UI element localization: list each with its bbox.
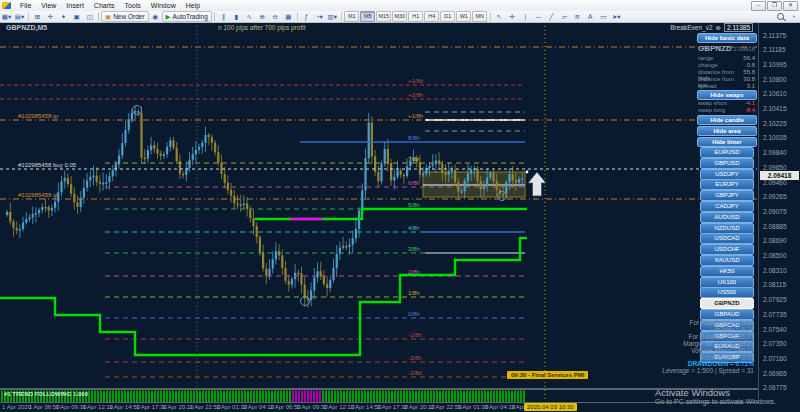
watermark-line2: Go to PC settings to activate Windows. [655,398,776,405]
timeframe-m15[interactable]: M15 [376,11,391,22]
close-button[interactable]: ✕ [783,1,798,11]
label-tool-button[interactable]: ▭ [598,12,609,21]
symbol-button-cadjpy[interactable]: CADJPY [700,201,754,212]
chart-area[interactable]: +1/8d+2/8h#102985458 tp+1/8h8/8h7/8h#102… [0,0,800,412]
templates-button[interactable]: ▥▾ [327,12,338,21]
line-chart-button[interactable]: ∿ [244,12,255,21]
market-watch-button[interactable]: ⊞ [32,12,43,21]
new-order-button[interactable]: ▣ New Order [101,11,149,22]
price-tick: 2.08690 [763,237,787,244]
timeframe-m1[interactable]: M1 [344,11,359,22]
price-tick: 2.07735 [763,311,787,318]
panel-stat-row: spread3.1 [698,83,755,89]
ea-comment-text: n 100 pips after 700 pips profit [218,24,305,31]
zoom-out-button[interactable]: ⊖ [270,12,281,21]
toolbar: ▦▾▤▾⊞✛✦▣◫ ▣ New Order ◉ ▶ AutoTrading ∥▮… [0,11,800,23]
symbol-button-usdchf[interactable]: USDCHF [700,244,754,255]
menu-file[interactable]: File [15,2,36,9]
trendline-tool-button[interactable]: ╱ [546,12,557,21]
symbol-button-xauusd[interactable]: XAUUSD [700,255,754,266]
tile-windows-button[interactable]: ▦ [283,12,294,21]
chat-icon[interactable]: ◔ [788,12,799,21]
price-tick: 2.11185 [763,46,786,53]
timeframe-m5[interactable]: M5 [360,11,375,22]
window-controls: –❐✕ [751,1,798,11]
indicators-button[interactable]: ƒ [301,12,312,21]
zoom-in-button[interactable]: ⊕ [257,12,268,21]
symbol-button-gbpusd[interactable]: GBPUSD [700,158,754,169]
hide-area-button[interactable]: Hide area [697,126,757,136]
maximize-button[interactable]: ❐ [767,1,782,11]
timeframe-h4[interactable]: H4 [424,11,439,22]
cursor-tool-button[interactable]: ↖ [494,12,505,21]
hide-timer-button[interactable]: Hide timer [697,137,757,147]
menu-tools[interactable]: Tools [119,2,145,9]
text-tool-button[interactable]: A [585,12,596,21]
menu-help[interactable]: Help [181,2,205,9]
webtrading-icon[interactable]: ◉ [150,12,161,21]
symbol-button-usdcad[interactable]: USDCAD [700,233,754,244]
hide-candle-button[interactable]: Hide candle [697,115,757,125]
autotrading-button[interactable]: ▶ AutoTrading [162,11,212,22]
symbol-button-usdjpy[interactable]: USDJPY [700,169,754,180]
price-axis[interactable]: 2.113752.111852.109952.108002.106102.104… [758,22,800,403]
symbol-button-gbpjpy[interactable]: GBPJPY [700,190,754,201]
new-chart-button[interactable]: ▦▾ [1,12,12,21]
symbol-button-us500[interactable]: US500 [700,287,754,298]
arrows-tool-button[interactable]: ➤▾ [611,12,622,21]
timeframe-d1[interactable]: D1 [440,11,455,22]
price-tick: 2.07540 [763,326,787,333]
symbol-button-uk100[interactable]: UK100 [700,277,754,288]
menu-view[interactable]: View [36,2,61,9]
menu-charts[interactable]: Charts [89,2,120,9]
menu-insert[interactable]: Insert [61,2,89,9]
profiles-button[interactable]: ▤▾ [14,12,25,21]
hide-basic-data-button[interactable]: Hide basic data [697,33,757,43]
periods-button[interactable]: ◔▾ [314,12,325,21]
timeframe-mn[interactable]: MN [472,11,487,22]
search-icon[interactable] [777,13,784,20]
toolbar-left-group: ▦▾▤▾⊞✛✦▣◫ [0,12,101,21]
price-tick: 2.08500 [763,252,787,259]
symbol-button-eurusd[interactable]: EURUSD [700,147,754,158]
timeframe-m30[interactable]: M30 [392,11,407,22]
minimize-button[interactable]: – [751,1,766,11]
svg-text:+2/8h: +2/8h [408,92,423,98]
navigator-button[interactable]: ✦ [58,12,69,21]
svg-text:8/8h: 8/8h [408,135,420,141]
svg-text:-2/8h: -2/8h [408,355,422,361]
horizontal-line-tool-button[interactable]: ─ [533,12,544,21]
strategy-tester-button[interactable]: ◫ [84,12,95,21]
timeframe-h1[interactable]: H1 [408,11,423,22]
watermark-line1: Activate Windows [655,387,776,398]
candles-layer [6,106,523,308]
svg-text:6/8h: 6/8h [408,180,420,186]
symbol-button-gbpnzd[interactable]: GBPNZD [700,298,754,309]
data-window-button[interactable]: ✛ [45,12,56,21]
fibonacci-tool-button[interactable]: ≋ [572,12,583,21]
vertical-line-tool-button[interactable]: ∣ [520,12,531,21]
activate-windows-watermark: Activate Windows Go to PC settings to ac… [655,387,776,405]
news-event-flag: 09:30 - Final Services PMI [507,371,588,379]
price-tick: 2.09650 [763,164,787,171]
panel-symbol-row: GBPNZD2.09918 [698,44,755,53]
channel-tool-button[interactable]: ▱ [559,12,570,21]
price-tick: 2.11375 [763,32,786,39]
last-price-dot [526,171,529,174]
symbol-button-eurjpy[interactable]: EURJPY [700,179,754,190]
svg-text:4/8h: 4/8h [408,225,420,231]
price-tick: 2.10995 [763,61,787,68]
symbol-button-hk50[interactable]: HK50 [700,266,754,277]
bar-chart-button[interactable]: ∥ [218,12,229,21]
symbol-button-audusd[interactable]: AUDUSD [700,212,754,223]
timeframe-w1[interactable]: W1 [456,11,471,22]
candlestick-chart-button[interactable]: ▮ [231,12,242,21]
symbol-button-nzdusd[interactable]: NZDUSD [700,223,754,234]
new-order-icon: ▣ [105,13,111,21]
hide-swaps-button[interactable]: Hide swaps [697,90,757,100]
terminal-button[interactable]: ▣ [71,12,82,21]
mouse-cursor-up-arrow [528,172,546,196]
menu-window[interactable]: Window [146,2,181,9]
crosshair-tool-button[interactable]: ✛ [507,12,518,21]
svg-text:#102985458 buy 0.05: #102985458 buy 0.05 [18,162,77,168]
